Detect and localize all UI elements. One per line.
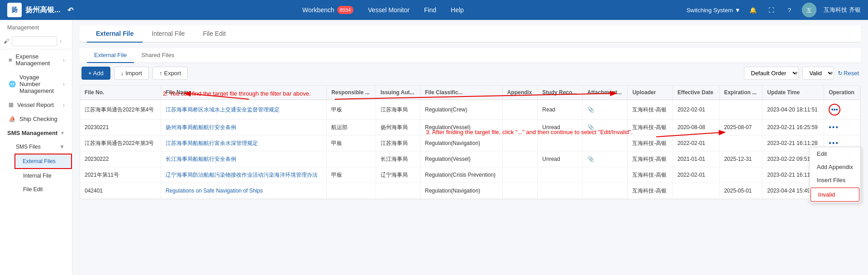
col-issuing-auth: Issuing Aut...	[376, 86, 420, 100]
sidebar-item-vessel-report[interactable]: ⊞ Vessel Report ›	[0, 98, 72, 112]
valid-filter[interactable]: Valid	[802, 67, 834, 80]
chevron-right-icon[interactable]: ›	[60, 38, 62, 44]
cell-operation[interactable]: •••	[824, 120, 860, 135]
cell-file-no: 江苏海事局通告2022年第4号	[80, 100, 161, 120]
import-button[interactable]: ↓ Import	[114, 67, 149, 80]
inner-tab-external-file[interactable]: External File	[87, 48, 134, 63]
workbench-badge: 8934	[337, 6, 353, 14]
cell-file-name[interactable]: 江苏海事局桥区水域水上交通安全监督管理规定	[161, 100, 326, 120]
file-name-link[interactable]: Regulations on Safe Navigation of Ships	[166, 188, 263, 194]
file-name-link[interactable]: 江苏海事局桥区水域水上交通安全监督管理规定	[166, 106, 280, 113]
context-menu-invalid[interactable]: Invalid	[811, 188, 859, 202]
sidebar-item-ship-checking[interactable]: ⛵ Ship Checking	[0, 112, 72, 126]
operation-dots-button[interactable]: •••	[829, 123, 839, 131]
cell-uploader: 互海科技-高银	[628, 100, 673, 120]
sidebar-item-internal-file[interactable]: Internal File	[14, 169, 72, 183]
table-row: 江苏海事局通告2022年第4号江苏海事局桥区水域水上交通安全监督管理规定甲板江苏…	[80, 100, 860, 120]
logo-icon: 扬	[7, 3, 22, 17]
cell-effective-date: 2022-02-01	[672, 167, 719, 183]
table-row: 20230222长江海事局船舶航行安全条例长江海事局Regulation(Ves…	[80, 151, 860, 167]
cell-file-name[interactable]: 辽宁海事局防治船舶污染物接收作业活动污染海洋环境管理办法	[161, 167, 326, 183]
user-name: 互海科技 齐银	[824, 6, 861, 14]
cell-file-name[interactable]: 长江海事局船舶航行安全条例	[161, 151, 326, 167]
nav-workbench[interactable]: Workbench 8934	[302, 6, 353, 14]
operation-dots-button[interactable]: •••	[829, 139, 839, 147]
sidebar-item-expense-management[interactable]: ≡ Expense Management ›	[0, 49, 72, 70]
logo-area[interactable]: 扬 扬州高银... ↶	[7, 3, 80, 17]
cell-file-name[interactable]: 扬州海事局船舶航行安全条例	[161, 120, 326, 135]
cell-expiration	[719, 135, 762, 151]
col-expiration: Expiration ...	[719, 86, 762, 100]
cell-file-no: 042401	[80, 183, 161, 199]
cell-issuing-auth: 长江海事局	[376, 151, 420, 167]
sidebar-item-file-edit[interactable]: File Edit	[14, 183, 72, 196]
cell-uploader: 互海科技-高银	[628, 183, 673, 199]
context-menu-insert-files[interactable]: Insert Files	[810, 174, 860, 187]
cell-uploader: 互海科技-高银	[628, 120, 673, 135]
switch-system[interactable]: Switching System ▼	[687, 7, 740, 14]
tab-file-edit[interactable]: File Edit	[194, 25, 235, 43]
table-row: 042401Regulations on Safe Navigation of …	[80, 183, 860, 199]
cell-issuing-auth	[376, 183, 420, 199]
sidebar: Management 🖌 › ≡ Expense Management › 🌐 …	[0, 20, 72, 275]
order-filter[interactable]: Default Order	[744, 67, 799, 80]
cell-expiration	[719, 167, 762, 183]
tab-external-file[interactable]: External File	[87, 25, 143, 43]
export-button[interactable]: ↑ Export	[153, 67, 188, 80]
context-menu-edit[interactable]: Edit	[810, 147, 860, 160]
cell-responsible: 航运部	[327, 120, 376, 135]
cell-uploader: 互海科技-高银	[628, 151, 673, 167]
question-icon[interactable]: ?	[784, 5, 795, 15]
context-menu-add-appendix[interactable]: Add Appendix	[810, 160, 860, 174]
file-name-link[interactable]: 辽宁海事局防治船舶污染物接收作业活动污染海洋环境管理办法	[166, 172, 318, 178]
nav-find[interactable]: Find	[424, 6, 436, 14]
operation-menu-button[interactable]: •••	[829, 104, 840, 116]
file-name-link[interactable]: 扬州海事局船舶航行安全条例	[166, 124, 236, 130]
cell-study-rec	[538, 135, 583, 151]
file-name-link[interactable]: 江苏海事局船舶航行富余水深管理规定	[166, 140, 258, 146]
nav-help[interactable]: Help	[451, 6, 464, 14]
cell-operation[interactable]: •••	[824, 100, 860, 120]
col-study-rec: Study Reco...	[538, 86, 583, 100]
col-attachment: Attachment...	[582, 86, 628, 100]
cell-file-no: 20230221	[80, 120, 161, 135]
cell-file-name[interactable]: Regulations on Safe Navigation of Ships	[161, 183, 326, 199]
cell-file-name[interactable]: 江苏海事局船舶航行富余水深管理规定	[161, 135, 326, 151]
notification-icon[interactable]: 🔔	[748, 5, 758, 15]
col-operation: Operation	[824, 86, 860, 100]
cell-appendix	[502, 167, 538, 183]
files-data-table: File No. File Name Responsible ... Issui…	[80, 86, 860, 199]
cell-attachment: 📎	[582, 151, 628, 167]
sidebar-sms-sub-items: External Files Internal File File Edit	[7, 154, 72, 196]
sidebar-search-input[interactable]	[12, 36, 57, 46]
cell-responsible	[327, 183, 376, 199]
cell-file-class: Regulation(Vessel)	[420, 120, 503, 135]
nav-vessel-monitor[interactable]: Vessel Monitor	[368, 6, 410, 14]
sidebar-group-sms[interactable]: SMS Management ▼	[0, 126, 72, 140]
file-name-link[interactable]: 长江海事局船舶航行安全条例	[166, 156, 236, 162]
chevron-down-icon: ▼	[735, 7, 741, 14]
cell-issuing-auth: 江苏海事局	[376, 135, 420, 151]
back-icon[interactable]: ↶	[67, 6, 73, 14]
toolbar: + Add ↓ Import ↑ Export Default Order ▼ …	[80, 67, 861, 80]
col-update-time: Update Time	[763, 86, 824, 100]
sidebar-item-voyage-management[interactable]: 🌐 Voyage Number Management ›	[0, 70, 72, 98]
cell-appendix	[502, 183, 538, 199]
cell-file-class: Regulation(Navigation)	[420, 135, 503, 151]
tab-internal-file[interactable]: Internal File	[143, 25, 194, 43]
sidebar-item-external-files[interactable]: External Files	[14, 154, 72, 169]
sidebar-sms-sub: SMS Files ▼ External Files Internal File…	[0, 140, 72, 196]
cell-expiration: 2025-12-31	[719, 151, 762, 167]
chevron-down-icon: ▼	[60, 130, 65, 135]
cell-study-rec	[538, 183, 583, 199]
inner-tab-shared-files[interactable]: Shared Files	[134, 48, 181, 63]
expand-icon[interactable]: ⛶	[766, 5, 777, 15]
avatar: 互	[802, 3, 816, 17]
reset-button[interactable]: ↻ Reset	[838, 70, 859, 77]
sidebar-item-sms-files[interactable]: SMS Files ▼	[7, 140, 72, 154]
col-responsible: Responsible ...	[327, 86, 376, 100]
table-row: 2021年第11号辽宁海事局防治船舶污染物接收作业活动污染海洋环境管理办法甲板辽…	[80, 167, 860, 183]
main-content: External File Internal File File Edit Ex…	[72, 20, 868, 275]
add-button[interactable]: + Add	[81, 67, 110, 80]
cell-responsible	[327, 151, 376, 167]
